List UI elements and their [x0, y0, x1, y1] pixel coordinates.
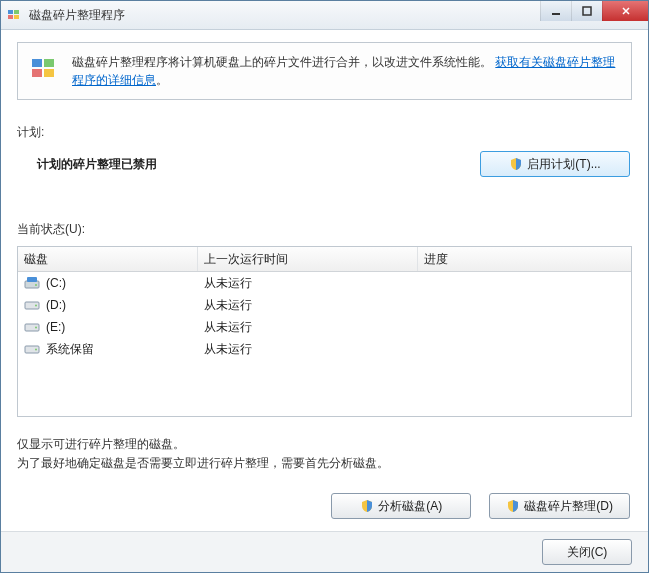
disk-table: 磁盘 上一次运行时间 进度 (C:)从未运行(D:)从未运行(E:)从未运行系统…: [17, 246, 632, 417]
defrag-app-icon: [7, 7, 23, 23]
schedule-label: 计划:: [17, 124, 632, 141]
disk-icon: [24, 320, 40, 334]
svg-rect-10: [25, 281, 39, 288]
header-progress[interactable]: 进度: [418, 247, 631, 271]
svg-rect-7: [44, 59, 54, 67]
current-status-label: 当前状态(U):: [17, 221, 632, 238]
note-line1: 仅显示可进行碎片整理的磁盘。: [17, 435, 632, 454]
disk-name: 系统保留: [46, 341, 94, 358]
analyze-button[interactable]: 分析磁盘(A): [331, 493, 471, 519]
table-row[interactable]: 系统保留从未运行: [18, 338, 631, 360]
svg-rect-3: [14, 15, 19, 19]
disk-name: (C:): [46, 276, 66, 290]
schedule-row: 计划的碎片整理已禁用 启用计划(T)...: [17, 151, 632, 177]
svg-rect-8: [32, 69, 42, 77]
window-title: 磁盘碎片整理程序: [29, 7, 125, 24]
close-button[interactable]: 关闭(C): [542, 539, 632, 565]
info-after: 。: [156, 73, 168, 87]
notes: 仅显示可进行碎片整理的磁盘。 为了最好地确定磁盘是否需要立即进行碎片整理，需要首…: [17, 435, 632, 473]
svg-rect-4: [552, 13, 560, 15]
last-run: 从未运行: [198, 275, 418, 292]
svg-rect-9: [44, 69, 54, 77]
table-row[interactable]: (D:)从未运行: [18, 294, 631, 316]
disk-icon: [24, 276, 40, 290]
window-controls: [540, 1, 648, 21]
info-description: 磁盘碎片整理程序将计算机硬盘上的碎片文件进行合并，以改进文件系统性能。: [72, 55, 492, 69]
enable-schedule-button[interactable]: 启用计划(T)...: [480, 151, 630, 177]
content-area: 磁盘碎片整理程序将计算机硬盘上的碎片文件进行合并，以改进文件系统性能。 获取有关…: [1, 30, 648, 519]
table-body: (C:)从未运行(D:)从未运行(E:)从未运行系统保留从未运行: [18, 272, 631, 416]
enable-schedule-label: 启用计划(T)...: [527, 156, 600, 173]
svg-point-12: [35, 284, 37, 286]
shield-icon: [506, 499, 520, 513]
note-line2: 为了最好地确定磁盘是否需要立即进行碎片整理，需要首先分析磁盘。: [17, 454, 632, 473]
svg-rect-11: [27, 277, 37, 282]
table-header: 磁盘 上一次运行时间 进度: [18, 247, 631, 272]
maximize-button[interactable]: [571, 1, 602, 21]
header-last-run[interactable]: 上一次运行时间: [198, 247, 418, 271]
info-text: 磁盘碎片整理程序将计算机硬盘上的碎片文件进行合并，以改进文件系统性能。 获取有关…: [72, 53, 619, 89]
svg-rect-6: [32, 59, 42, 67]
defrag-button[interactable]: 磁盘碎片整理(D): [489, 493, 630, 519]
disk-icon: [24, 342, 40, 356]
titlebar: 磁盘碎片整理程序: [1, 1, 648, 30]
close-window-button[interactable]: [602, 1, 648, 21]
svg-point-18: [35, 349, 37, 351]
table-row[interactable]: (C:)从未运行: [18, 272, 631, 294]
header-disk[interactable]: 磁盘: [18, 247, 198, 271]
analyze-label: 分析磁盘(A): [378, 498, 442, 515]
svg-rect-5: [583, 7, 591, 15]
footer: 关闭(C): [1, 531, 648, 572]
svg-rect-2: [8, 15, 13, 19]
table-row[interactable]: (E:)从未运行: [18, 316, 631, 338]
svg-rect-0: [8, 10, 13, 14]
last-run: 从未运行: [198, 297, 418, 314]
shield-icon: [509, 157, 523, 171]
action-buttons: 分析磁盘(A) 磁盘碎片整理(D): [17, 493, 632, 519]
info-panel: 磁盘碎片整理程序将计算机硬盘上的碎片文件进行合并，以改进文件系统性能。 获取有关…: [17, 42, 632, 100]
disk-name: (D:): [46, 298, 66, 312]
svg-rect-1: [14, 10, 19, 14]
last-run: 从未运行: [198, 319, 418, 336]
disk-icon: [24, 298, 40, 312]
disk-name: (E:): [46, 320, 65, 334]
defrag-label: 磁盘碎片整理(D): [524, 498, 613, 515]
minimize-button[interactable]: [540, 1, 571, 21]
last-run: 从未运行: [198, 341, 418, 358]
defrag-window: 磁盘碎片整理程序 磁盘碎片整理程序: [0, 0, 649, 573]
shield-icon: [360, 499, 374, 513]
schedule-status: 计划的碎片整理已禁用: [37, 156, 157, 173]
defrag-icon: [30, 53, 62, 85]
svg-point-14: [35, 305, 37, 307]
svg-point-16: [35, 327, 37, 329]
